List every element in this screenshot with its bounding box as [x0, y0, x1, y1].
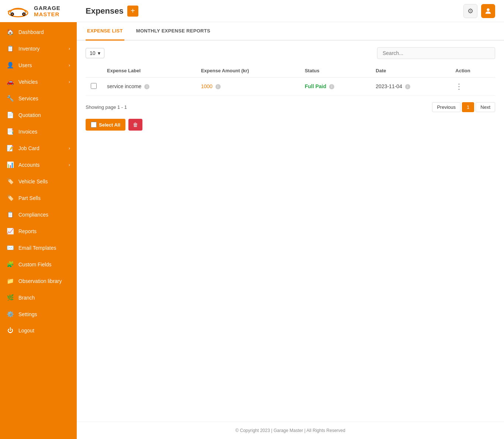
- footer-text: © Copyright 2023 | Garage Master | All R…: [235, 428, 345, 433]
- user-menu-button[interactable]: [481, 4, 495, 18]
- add-expense-button[interactable]: +: [127, 6, 138, 17]
- action-menu-button-0[interactable]: ⋮: [455, 82, 463, 90]
- page-1-button[interactable]: 1: [462, 102, 474, 112]
- table-controls: 10 ▾: [86, 47, 495, 59]
- status-info-icon-0[interactable]: i: [329, 84, 334, 89]
- sidebar-item-left-job-card: 📝 Job Card: [7, 145, 39, 152]
- sidebar-item-left-part-sells: 🏷️ Part Sells: [7, 194, 41, 201]
- sidebar-icon-email-templates: ✉️: [7, 244, 14, 251]
- row-date-0: 2023-11-04 i: [370, 77, 450, 96]
- sidebar-arrow-job-card: ›: [69, 146, 70, 151]
- expense-table: Expense LabelExpense Amount (kr)StatusDa…: [86, 64, 495, 96]
- settings-button[interactable]: ⚙: [463, 4, 477, 18]
- sidebar-label-settings: Settings: [18, 311, 37, 317]
- sidebar-item-dashboard[interactable]: 🏠 Dashboard: [0, 24, 77, 40]
- sidebar-icon-branch: 🌿: [7, 294, 14, 301]
- sidebar-item-quotation[interactable]: 📄 Quotation: [0, 107, 77, 123]
- sidebar-arrow-inventory: ›: [69, 46, 70, 51]
- row-checkbox-0[interactable]: [91, 83, 97, 89]
- sidebar-item-left-quotation: 📄 Quotation: [7, 111, 41, 118]
- expense-label-info-icon-0[interactable]: i: [144, 84, 149, 89]
- sidebar-item-vehicle-sells[interactable]: 🏷️ Vehicle Sells: [0, 173, 77, 190]
- sidebar-icon-observation-library: 📁: [7, 277, 14, 284]
- sidebar-icon-users: 👤: [7, 62, 14, 69]
- sidebar-label-branch: Branch: [18, 295, 35, 301]
- expense-amount-info-icon-0[interactable]: i: [215, 84, 221, 89]
- sidebar-icon-quotation: 📄: [7, 111, 14, 118]
- sidebar-icon-inventory: 📋: [7, 45, 14, 52]
- sidebar-item-email-templates[interactable]: ✉️ Email Templates: [0, 239, 77, 256]
- sidebar-item-vehicles[interactable]: 🚗 Vehicles ›: [0, 73, 77, 90]
- sidebar-label-services: Services: [18, 96, 38, 101]
- sidebar-label-compliances: Compliances: [18, 212, 48, 218]
- sidebar-item-custom-fields[interactable]: 🧩 Custom Fields: [0, 256, 77, 273]
- sidebar-label-inventory: Inventory: [18, 46, 40, 52]
- row-expense-label-0: service income i: [102, 77, 196, 96]
- sidebar-label-vehicles: Vehicles: [18, 79, 38, 85]
- next-page-button[interactable]: Next: [476, 102, 495, 112]
- table-body: service income i 1000 i Full Paid i 2023…: [86, 77, 495, 96]
- tab-expense-list[interactable]: EXPENSE LIST: [86, 22, 124, 41]
- sidebar-label-quotation: Quotation: [18, 112, 41, 118]
- bulk-actions: Select All 🗑: [86, 119, 495, 131]
- sidebar-icon-vehicles: 🚗: [7, 78, 14, 85]
- sidebar-item-logout[interactable]: ⏻ Logout: [0, 322, 77, 339]
- sidebar-item-left-compliances: 📋 Compliances: [7, 211, 48, 218]
- select-all-checkbox[interactable]: [91, 122, 97, 128]
- per-page-chevron-icon: ▾: [98, 50, 100, 56]
- sidebar-item-services[interactable]: 🔧 Services: [0, 90, 77, 107]
- per-page-selector[interactable]: 10 ▾: [86, 48, 104, 58]
- sidebar-item-reports[interactable]: 📈 Reports: [0, 223, 77, 239]
- footer: © Copyright 2023 | Garage Master | All R…: [77, 422, 504, 439]
- pagination-row: Showing page 1 - 1 Previous 1 Next: [86, 102, 495, 112]
- sidebar-icon-part-sells: 🏷️: [7, 194, 14, 201]
- main-content: Expenses + ⚙ EXPENSE LISTMONTHLY EXPENSE…: [77, 0, 504, 439]
- sidebar-item-inventory[interactable]: 📋 Inventory ›: [0, 40, 77, 57]
- svg-point-4: [23, 13, 25, 15]
- delete-selected-button[interactable]: 🗑: [128, 119, 142, 131]
- sidebar-item-invoices[interactable]: 📑 Invoices: [0, 123, 77, 140]
- date-info-icon-0[interactable]: i: [405, 84, 410, 89]
- tab-monthly-expense-reports[interactable]: MONTHLY EXPENSE REPORTS: [135, 22, 212, 41]
- sidebar-item-left-invoices: 📑 Invoices: [7, 128, 37, 135]
- svg-point-2: [11, 13, 13, 15]
- logo: GARAGE MASTER: [0, 0, 77, 22]
- sidebar-arrow-accounts: ›: [69, 162, 70, 167]
- sidebar-item-left-inventory: 📋 Inventory: [7, 45, 40, 52]
- sidebar-item-left-services: 🔧 Services: [7, 95, 38, 102]
- sidebar-item-users[interactable]: 👤 Users ›: [0, 57, 77, 73]
- sidebar-label-vehicle-sells: Vehicle Sells: [18, 179, 48, 184]
- sidebar-label-dashboard: Dashboard: [18, 29, 44, 35]
- page-title: Expenses: [86, 6, 124, 16]
- header: Expenses + ⚙: [77, 0, 504, 22]
- sidebar-item-accounts[interactable]: 📊 Accounts ›: [0, 156, 77, 173]
- sidebar-icon-invoices: 📑: [7, 128, 14, 135]
- sidebar-icon-compliances: 📋: [7, 211, 14, 218]
- header-left: Expenses +: [86, 6, 138, 17]
- sidebar-label-job-card: Job Card: [18, 145, 39, 151]
- sidebar-item-left-email-templates: ✉️ Email Templates: [7, 244, 56, 251]
- amount-value-0: 1000: [201, 83, 213, 89]
- sidebar-item-branch[interactable]: 🌿 Branch: [0, 289, 77, 306]
- header-right: ⚙: [463, 4, 495, 18]
- sidebar-item-compliances[interactable]: 📋 Compliances: [0, 206, 77, 223]
- logo-name-top: GARAGE: [34, 5, 61, 11]
- sidebar-item-job-card[interactable]: 📝 Job Card ›: [0, 140, 77, 156]
- sidebar-item-left-branch: 🌿 Branch: [7, 294, 35, 301]
- previous-page-button[interactable]: Previous: [432, 102, 460, 112]
- sidebar-item-part-sells[interactable]: 🏷️ Part Sells: [0, 190, 77, 206]
- sidebar-icon-logout: ⏻: [7, 327, 14, 334]
- row-checkbox-cell-0: [86, 77, 102, 96]
- select-all-button[interactable]: Select All: [86, 119, 125, 131]
- col-header-expense-amount: Expense Amount (kr): [196, 64, 300, 77]
- search-input[interactable]: [377, 47, 495, 59]
- sidebar-item-left-users: 👤 Users: [7, 62, 32, 69]
- sidebar-label-observation-library: Observation library: [18, 278, 62, 284]
- sidebar-item-left-vehicles: 🚗 Vehicles: [7, 78, 38, 85]
- sidebar-item-settings[interactable]: ⚙️ Settings: [0, 306, 77, 322]
- sidebar-item-observation-library[interactable]: 📁 Observation library: [0, 273, 77, 289]
- sidebar: GARAGE MASTER 🏠 Dashboard 📋 Inventory › …: [0, 0, 77, 439]
- row-status-0: Full Paid i: [300, 77, 370, 96]
- sidebar-icon-vehicle-sells: 🏷️: [7, 178, 14, 185]
- sidebar-label-users: Users: [18, 62, 32, 68]
